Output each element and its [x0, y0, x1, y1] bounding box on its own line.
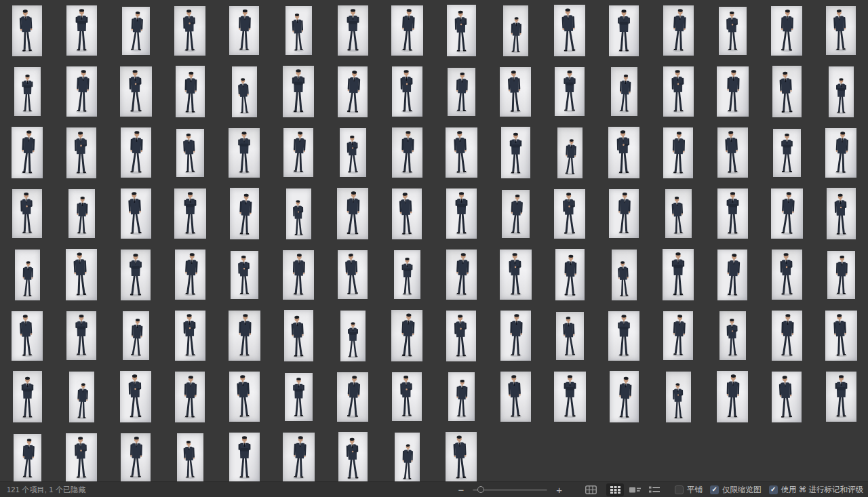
photo-thumbnail[interactable]	[12, 127, 43, 178]
photo-thumbnail[interactable]	[174, 6, 205, 56]
photo-thumbnail[interactable]	[392, 188, 422, 239]
photo-thumbnail[interactable]	[772, 66, 802, 117]
thumbnail-size-slider[interactable]	[473, 485, 547, 494]
thumbnails-only-checkbox[interactable]: ✓	[710, 485, 719, 494]
photo-thumbnail[interactable]	[448, 68, 475, 116]
photo-thumbnail[interactable]	[503, 5, 528, 56]
photo-thumbnail[interactable]	[285, 373, 313, 421]
photo-thumbnail[interactable]	[609, 5, 639, 56]
photo-thumbnail[interactable]	[340, 128, 366, 177]
photo-thumbnail[interactable]	[500, 372, 531, 422]
photo-thumbnail[interactable]	[175, 311, 205, 361]
photo-thumbnail[interactable]	[446, 432, 477, 481]
photo-thumbnail[interactable]	[825, 128, 856, 178]
photo-thumbnail[interactable]	[447, 5, 476, 56]
photo-thumbnail[interactable]	[717, 371, 748, 422]
photo-thumbnail[interactable]	[120, 66, 152, 117]
photo-thumbnail[interactable]	[176, 66, 205, 117]
photo-thumbnail[interactable]	[286, 188, 311, 239]
photo-thumbnail[interactable]	[825, 311, 857, 361]
photo-thumbnail[interactable]	[231, 251, 258, 299]
photo-thumbnail[interactable]	[229, 311, 260, 361]
photo-thumbnail[interactable]	[392, 66, 422, 117]
photo-thumbnail[interactable]	[338, 66, 368, 117]
photo-thumbnail[interactable]	[771, 6, 802, 56]
photo-thumbnail[interactable]	[826, 6, 856, 55]
photo-thumbnail[interactable]	[122, 7, 150, 55]
photo-thumbnail[interactable]	[827, 251, 855, 299]
photo-thumbnail[interactable]	[229, 433, 260, 481]
view-mode-thumbnail-grid-button[interactable]	[606, 483, 624, 496]
photo-thumbnail[interactable]	[392, 372, 422, 421]
photo-thumbnail[interactable]	[608, 311, 639, 361]
photo-thumbnail[interactable]	[175, 372, 205, 422]
photo-thumbnail[interactable]	[392, 127, 422, 178]
tile-checkbox[interactable]	[675, 485, 684, 494]
photo-thumbnail[interactable]	[66, 433, 97, 482]
photo-thumbnail[interactable]	[66, 249, 97, 300]
photo-thumbnail[interactable]	[123, 311, 149, 360]
thumbnails-only-checkbox-group[interactable]: ✓ 仅限缩览图	[710, 485, 762, 495]
photo-thumbnail[interactable]	[338, 5, 368, 56]
photo-thumbnail[interactable]	[663, 311, 693, 360]
photo-thumbnail[interactable]	[719, 7, 747, 55]
photo-thumbnail[interactable]	[68, 189, 95, 238]
photo-thumbnail[interactable]	[663, 66, 694, 117]
photo-thumbnail[interactable]	[557, 127, 583, 178]
photo-thumbnail[interactable]	[338, 432, 368, 481]
photo-thumbnail[interactable]	[69, 372, 94, 422]
slider-knob[interactable]	[477, 486, 484, 493]
photo-thumbnail[interactable]	[663, 127, 693, 178]
photo-thumbnail[interactable]	[608, 127, 639, 178]
photo-thumbnail[interactable]	[717, 188, 748, 239]
photo-thumbnail[interactable]	[229, 6, 259, 55]
photo-thumbnail[interactable]	[391, 310, 422, 361]
photo-thumbnail[interactable]	[229, 128, 260, 178]
photo-thumbnail[interactable]	[12, 189, 42, 238]
photo-thumbnail[interactable]	[555, 249, 585, 300]
photo-thumbnail[interactable]	[284, 310, 313, 361]
photo-thumbnail[interactable]	[829, 66, 854, 117]
photo-thumbnail[interactable]	[500, 250, 532, 300]
view-mode-list-button[interactable]	[646, 483, 663, 496]
photo-thumbnail[interactable]	[66, 66, 97, 117]
photo-thumbnail[interactable]	[337, 188, 368, 239]
photo-thumbnail[interactable]	[717, 250, 747, 300]
photo-thumbnail[interactable]	[771, 188, 803, 239]
photo-thumbnail[interactable]	[448, 372, 475, 421]
photo-thumbnail[interactable]	[772, 372, 802, 422]
photo-thumbnail[interactable]	[609, 189, 639, 238]
photo-thumbnail[interactable]	[610, 371, 639, 422]
photo-thumbnail[interactable]	[772, 311, 802, 361]
photo-thumbnail[interactable]	[229, 372, 260, 422]
photo-thumbnail[interactable]	[666, 372, 691, 422]
photo-thumbnail[interactable]	[611, 67, 637, 116]
photo-thumbnail[interactable]	[612, 250, 637, 300]
photo-thumbnail[interactable]	[66, 5, 97, 56]
photo-thumbnail[interactable]	[12, 5, 42, 56]
photo-thumbnail[interactable]	[663, 249, 694, 300]
photo-thumbnail[interactable]	[285, 6, 312, 55]
photo-thumbnail[interactable]	[12, 311, 43, 361]
photo-thumbnail[interactable]	[502, 190, 530, 238]
zoom-in-button[interactable]: +	[553, 485, 565, 495]
photo-thumbnail[interactable]	[501, 127, 530, 178]
photo-thumbnail[interactable]	[717, 127, 748, 178]
photo-thumbnail[interactable]	[121, 188, 151, 239]
photo-thumbnail[interactable]	[391, 5, 423, 56]
photo-thumbnail[interactable]	[717, 66, 749, 117]
photo-thumbnail[interactable]	[446, 127, 477, 178]
photo-thumbnail[interactable]	[665, 189, 692, 238]
photo-thumbnail[interactable]	[446, 188, 477, 239]
photo-thumbnail[interactable]	[14, 67, 41, 116]
photo-thumbnail[interactable]	[14, 434, 41, 482]
photo-thumbnail[interactable]	[719, 311, 746, 360]
photo-thumbnail[interactable]	[232, 66, 257, 117]
photo-thumbnail[interactable]	[174, 188, 206, 239]
photo-thumbnail[interactable]	[15, 250, 40, 300]
photo-thumbnail[interactable]	[394, 250, 420, 299]
photo-thumbnail[interactable]	[121, 433, 151, 481]
photo-thumbnail[interactable]	[283, 433, 315, 481]
photo-thumbnail[interactable]	[827, 188, 856, 239]
zoom-out-button[interactable]: −	[456, 485, 467, 495]
